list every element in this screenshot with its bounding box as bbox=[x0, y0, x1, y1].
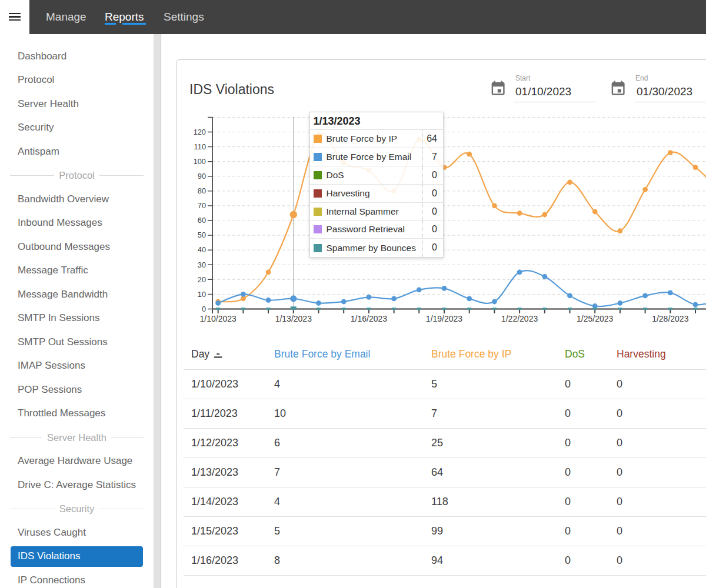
svg-text:1/19/2023: 1/19/2023 bbox=[426, 314, 462, 323]
svg-text:40: 40 bbox=[198, 245, 206, 254]
svg-text:1/25/2023: 1/25/2023 bbox=[577, 314, 613, 323]
svg-text:1/22/2023: 1/22/2023 bbox=[501, 314, 538, 323]
svg-text:10: 10 bbox=[198, 290, 206, 299]
svg-text:20: 20 bbox=[198, 275, 206, 284]
svg-text:1/10/2023: 1/10/2023 bbox=[200, 314, 237, 323]
svg-text:60: 60 bbox=[198, 216, 206, 225]
svg-text:1/28/2023: 1/28/2023 bbox=[652, 314, 688, 323]
svg-text:120: 120 bbox=[194, 128, 206, 136]
svg-text:110: 110 bbox=[194, 142, 206, 151]
svg-text:100: 100 bbox=[194, 157, 206, 166]
svg-text:70: 70 bbox=[198, 201, 206, 210]
svg-text:50: 50 bbox=[198, 230, 206, 239]
svg-text:80: 80 bbox=[198, 186, 206, 195]
svg-text:30: 30 bbox=[198, 260, 206, 269]
svg-text:0: 0 bbox=[202, 305, 206, 313]
svg-text:90: 90 bbox=[198, 172, 206, 181]
svg-text:1/16/2023: 1/16/2023 bbox=[351, 314, 387, 323]
svg-text:1/13/2023: 1/13/2023 bbox=[275, 314, 312, 323]
